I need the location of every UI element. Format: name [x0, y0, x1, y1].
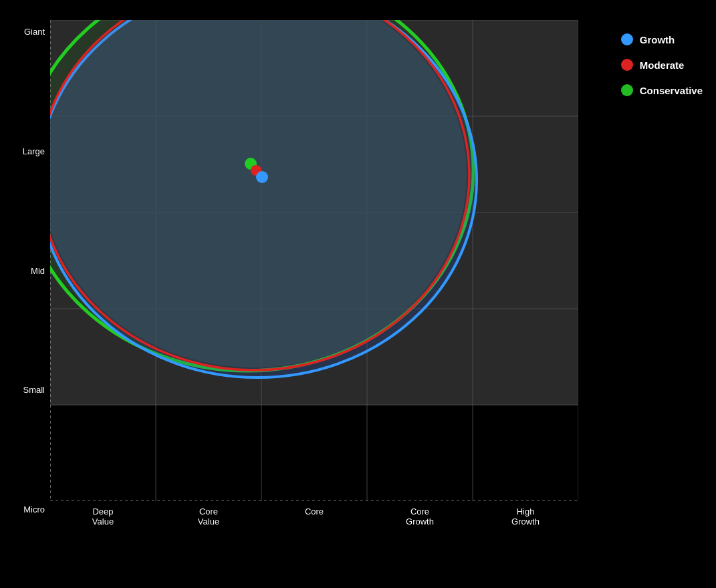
x-axis-label: HighGrowth — [479, 506, 572, 527]
legend-dot — [621, 84, 633, 96]
y-axis: GiantLargeMidSmallMicro — [13, 20, 50, 581]
main-container: GiantLargeMidSmallMicro DeepValueCoreVal… — [0, 0, 716, 588]
legend-dot — [621, 59, 633, 71]
y-axis-label: Mid — [13, 266, 50, 276]
legend-item: Growth — [621, 33, 703, 45]
x-axis-label: CoreValue — [162, 506, 255, 527]
legend-item: Conservative — [621, 84, 703, 96]
legend-item: Moderate — [621, 59, 703, 71]
legend-label: Moderate — [640, 59, 685, 71]
chart-area: GiantLargeMidSmallMicro DeepValueCoreVal… — [13, 20, 703, 581]
legend: GrowthModerateConservative — [601, 20, 703, 581]
legend-dot — [621, 33, 633, 45]
plot-wrapper: DeepValueCoreValueCoreCoreGrowthHighGrow… — [50, 20, 601, 581]
x-axis-label: CoreGrowth — [373, 506, 467, 527]
y-axis-label: Small — [13, 385, 50, 395]
svg-point-20 — [256, 171, 268, 183]
y-axis-label: Large — [13, 146, 50, 156]
x-axis: DeepValueCoreValueCoreCoreGrowthHighGrow… — [50, 501, 578, 527]
plot-container — [50, 20, 578, 501]
legend-label: Growth — [640, 34, 675, 45]
y-axis-label: Micro — [13, 504, 50, 514]
x-axis-label: Core — [267, 506, 361, 527]
y-axis-label: Giant — [13, 27, 50, 37]
legend-label: Conservative — [640, 85, 703, 96]
plot-and-legend: DeepValueCoreValueCoreCoreGrowthHighGrow… — [50, 20, 703, 581]
x-axis-label: DeepValue — [56, 506, 150, 527]
